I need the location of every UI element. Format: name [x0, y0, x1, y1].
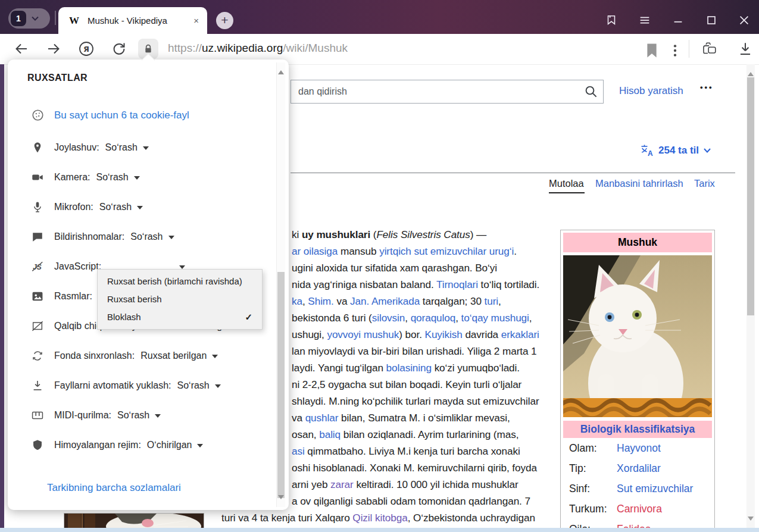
permission-value[interactable]: Soʻrash	[99, 202, 132, 212]
permission-row-download[interactable]: Fayllarni avtomatik yuklash:Soʻrash	[31, 378, 221, 393]
chevron-down-icon[interactable]	[31, 15, 39, 21]
dropdown-option[interactable]: Ruxsat berish	[98, 290, 262, 308]
permission-value[interactable]: Ruxsat berilgan	[140, 351, 207, 361]
panel-scrollbar[interactable]	[276, 62, 285, 507]
permission-row-camera[interactable]: Kamera:Soʻrash	[31, 170, 140, 184]
active-tab[interactable]: W Mushuk - Vikipediya ×	[58, 7, 207, 34]
minimize-icon[interactable]	[671, 14, 685, 27]
chevron-down-icon[interactable]	[143, 146, 149, 153]
kitten-photo[interactable]	[563, 255, 712, 417]
wiki-link[interactable]: Kuyikish	[425, 328, 463, 340]
tab-mutolaa[interactable]: Mutolaa	[549, 178, 584, 189]
all-content-settings-link[interactable]: Tarkibning barcha sozlamalari	[47, 482, 181, 494]
wiki-link[interactable]: qushlar	[305, 412, 339, 424]
taxo-value-link[interactable]: Carnivora	[617, 503, 662, 515]
wiki-visited-link[interactable]: Qizil kitobga	[352, 512, 407, 524]
chevron-down-icon[interactable]	[215, 384, 221, 391]
wiki-link[interactable]: Jan. Amerikada	[350, 295, 420, 307]
wiki-link[interactable]: ar oilasiga	[292, 245, 338, 257]
bookmarks-panel-icon[interactable]	[605, 14, 618, 27]
taxo-value-link[interactable]: Xordalilar	[617, 462, 661, 475]
dropdown-option[interactable]: Bloklash✓	[98, 308, 262, 326]
permission-label: MIDI-qurilma:	[54, 410, 111, 421]
taxo-value-link[interactable]: Sut emizuvchilar	[617, 483, 693, 495]
scroll-up-arrow-icon[interactable]	[748, 69, 754, 76]
wiki-link[interactable]: qoraquloq	[411, 312, 456, 324]
sync-icon	[31, 349, 44, 362]
wiki-link[interactable]: yovvoyi mushuk	[327, 328, 399, 340]
permission-value[interactable]: Soʻrash	[96, 172, 128, 183]
permission-label: Fonda sinxronlash:	[54, 351, 135, 361]
cookies-link[interactable]: Bu sayt uchun 6 ta cookie-fayl	[31, 108, 189, 122]
wiki-link[interactable]: toʻqay mushugi	[461, 312, 529, 324]
permission-label: Rasmlar:	[54, 291, 92, 302]
panel-scrollbar-thumb[interactable]	[277, 272, 285, 498]
search-input[interactable]	[291, 80, 603, 103]
panel-scroll-down-icon[interactable]	[278, 495, 284, 502]
permission-row-sync[interactable]: Fonda sinxronlash:Ruxsat berilgan	[31, 349, 218, 363]
back-icon[interactable]	[13, 40, 30, 57]
wiki-visited-link[interactable]: zarar	[330, 478, 354, 490]
location-icon	[31, 141, 44, 154]
downloads-icon[interactable]	[737, 41, 754, 58]
permission-label: Fayllarni avtomatik yuklash:	[54, 380, 171, 391]
wiki-link[interactable]: yirtqich sut emizuvchilar urugʻi	[379, 245, 514, 257]
new-tab-button[interactable]: +	[216, 12, 233, 29]
tab-group-count-badge[interactable]: 1	[11, 11, 26, 26]
close-window-icon[interactable]	[738, 14, 751, 27]
page-scrollbar[interactable]	[746, 64, 755, 528]
permission-row-location[interactable]: Joylashuv:Soʻrash	[31, 140, 149, 155]
permission-row-shield[interactable]: Himoyalangan rejim:Oʻchirilgan	[31, 438, 203, 452]
permission-value[interactable]: Soʻrash	[105, 142, 138, 153]
permission-row-images[interactable]: Rasmlar:	[31, 289, 98, 303]
scrollbar-thumb[interactable]	[747, 77, 754, 315]
kebab-menu-icon[interactable]	[667, 42, 683, 59]
yandex-home-icon[interactable]: Я	[78, 40, 95, 57]
permission-value[interactable]: Soʻrash	[177, 380, 210, 391]
permission-row-midi[interactable]: MIDI-qurilma:Soʻrash	[31, 408, 161, 423]
permission-row-notifications[interactable]: Bildirishnomalar:Soʻrash	[31, 230, 174, 244]
create-account-link[interactable]: Hisob yaratish	[619, 85, 683, 97]
wiki-search-box[interactable]	[291, 80, 604, 104]
microphone-icon	[31, 201, 44, 214]
maximize-icon[interactable]	[705, 14, 718, 27]
permission-value[interactable]: Soʻrash	[130, 231, 163, 242]
search-icon[interactable]	[584, 85, 598, 99]
permission-row-microphone[interactable]: Mikrofon:Soʻrash	[31, 200, 143, 214]
taxobox-row: Turkum:Carnivora	[563, 499, 712, 519]
wiki-link[interactable]: bolasining	[386, 362, 432, 374]
tab-group-pill[interactable]: 1	[8, 8, 50, 29]
tab-manbasini-tahrirlash[interactable]: Manbasini tahrirlash	[595, 178, 683, 189]
reload-icon[interactable]	[111, 40, 127, 57]
address-bar[interactable]: https://uz.wikipedia.org/wiki/Mushuk	[168, 42, 348, 55]
chevron-down-icon[interactable]	[134, 176, 140, 183]
forward-icon[interactable]	[45, 40, 62, 57]
chevron-down-icon[interactable]	[137, 206, 143, 212]
chevron-down-icon[interactable]	[212, 355, 218, 361]
extensions-icon[interactable]	[701, 40, 718, 57]
chevron-down-icon[interactable]	[155, 414, 161, 421]
chevron-down-icon[interactable]	[197, 444, 203, 450]
bookmark-page-icon[interactable]	[644, 42, 660, 59]
personal-tools-more-menu[interactable]: •••	[700, 83, 714, 92]
wiki-link[interactable]: baliq	[319, 428, 341, 440]
permission-value[interactable]: Soʻrash	[117, 410, 149, 421]
wiki-link[interactable]: Shim.	[308, 295, 333, 307]
permission-value[interactable]: Oʻchirilgan	[147, 440, 192, 450]
notifications-icon	[31, 230, 44, 243]
taxo-value-link[interactable]: Hayvonot	[617, 442, 661, 455]
scroll-down-arrow-icon[interactable]	[748, 517, 754, 524]
wiki-link[interactable]: ka	[292, 295, 302, 307]
panel-scroll-up-icon[interactable]	[278, 67, 284, 74]
wiki-link[interactable]: silovsin	[372, 312, 405, 324]
menu-hamburger-icon[interactable]	[638, 14, 651, 27]
wiki-link[interactable]: Tirnoqlari	[436, 278, 478, 290]
chevron-down-icon[interactable]	[168, 236, 174, 242]
wiki-link[interactable]: turi	[485, 295, 498, 307]
wiki-link[interactable]: erkaklari	[501, 328, 539, 340]
dropdown-option[interactable]: Ruxsat berish (birlamchi ravishda)	[98, 273, 262, 290]
wiki-link[interactable]: asi	[292, 445, 305, 457]
tab-tarix[interactable]: Tarix	[694, 178, 715, 189]
language-selector[interactable]: A 254 ta til	[640, 143, 711, 157]
tab-close-icon[interactable]: ×	[193, 15, 199, 26]
